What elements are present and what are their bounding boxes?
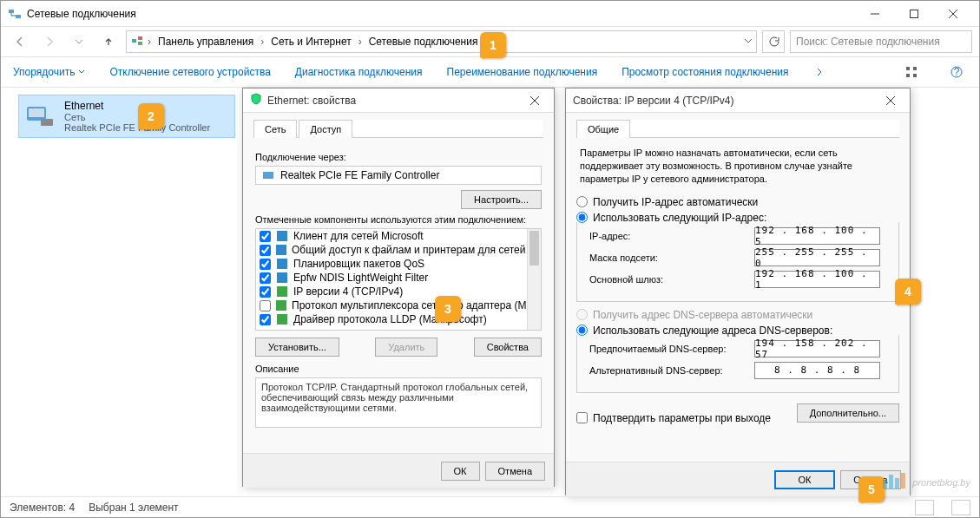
component-label: Протокол мультиплексора сетевого адаптер…	[292, 299, 538, 311]
component-row[interactable]: Протокол мультиплексора сетевого адаптер…	[256, 298, 541, 312]
breadcrumb[interactable]: › Панель управления › Сеть и Интернет › …	[126, 30, 757, 53]
component-checkbox[interactable]	[260, 286, 271, 298]
svg-rect-8	[138, 42, 142, 45]
gw-label: Основной шлюз:	[589, 274, 754, 285]
callout-2: 2	[138, 103, 164, 129]
tab-access[interactable]: Доступ	[299, 120, 352, 138]
breadcrumb-root-icon	[130, 34, 144, 50]
close-icon[interactable]	[523, 89, 547, 112]
uninstall-button[interactable]: Удалить	[375, 338, 437, 357]
svg-rect-1	[16, 15, 21, 18]
breadcrumb-item[interactable]: Панель управления	[155, 34, 257, 49]
svg-rect-7	[138, 36, 142, 40]
dns1-label: Предпочитаемый DNS-сервер:	[589, 344, 754, 354]
svg-rect-16	[29, 108, 44, 117]
tab-network[interactable]: Сеть	[253, 120, 297, 138]
dialog-title: Ethernet: свойства	[267, 95, 523, 107]
dns1-field[interactable]: 194 . 158 . 202 . 57	[754, 340, 880, 357]
ethernet-properties-dialog: Ethernet: свойства Сеть Доступ Подключен…	[242, 88, 555, 487]
component-icon	[276, 285, 288, 298]
gw-field[interactable]: 192 . 168 . 100 . 1	[754, 271, 880, 288]
view-details-icon[interactable]	[951, 500, 970, 515]
view-large-icon[interactable]	[915, 500, 934, 515]
svg-rect-21	[277, 231, 287, 241]
scrollbar[interactable]	[527, 229, 541, 330]
ok-button[interactable]: ОК	[441, 462, 480, 481]
component-row[interactable]: Клиент для сетей Microsoft	[256, 229, 541, 243]
chevron-right-icon[interactable]	[813, 66, 825, 78]
close-button[interactable]	[933, 1, 972, 26]
dns2-field[interactable]: 8 . 8 . 8 . 8	[754, 362, 880, 379]
component-row[interactable]: Драйвер протокола LLDP (Майкрософт)	[256, 312, 541, 326]
svg-rect-10	[913, 67, 917, 70]
close-icon[interactable]	[878, 89, 903, 112]
component-checkbox[interactable]	[260, 300, 271, 311]
shield-icon	[250, 93, 262, 108]
configure-button[interactable]: Настроить...	[461, 190, 542, 209]
command-bar: Упорядочить Отключение сетевого устройст…	[1, 56, 979, 88]
component-icon	[276, 244, 286, 256]
component-checkbox[interactable]	[260, 314, 271, 325]
advanced-button[interactable]: Дополнительно...	[797, 403, 899, 423]
svg-rect-9	[906, 67, 910, 70]
svg-rect-0	[9, 10, 14, 13]
ok-button[interactable]: ОК	[774, 470, 835, 489]
status-bar: Элементов: 4 Выбран 1 элемент	[1, 496, 979, 517]
cancel-button[interactable]: Отмена	[485, 462, 545, 481]
diagnose-cmd[interactable]: Диагностика подключения	[295, 66, 423, 78]
chevron-right-icon[interactable]: ›	[357, 36, 364, 48]
component-checkbox[interactable]	[260, 272, 271, 284]
search-input[interactable]: Поиск: Сетевые подключения	[790, 30, 972, 53]
minimize-button[interactable]	[855, 1, 894, 26]
adapter-item[interactable]: Ethernet Сеть Realtek PCIe FE Family Con…	[18, 95, 235, 138]
search-placeholder: Поиск: Сетевые подключения	[796, 36, 940, 48]
organize-menu[interactable]: Упорядочить	[13, 66, 85, 78]
svg-rect-22	[276, 245, 286, 255]
breadcrumb-item[interactable]: Сетевые подключения	[365, 34, 482, 49]
properties-button[interactable]: Свойства	[474, 338, 542, 357]
component-checkbox[interactable]	[260, 231, 271, 242]
components-list[interactable]: Клиент для сетей MicrosoftОбщий доступ к…	[255, 228, 542, 331]
description-text: Протокол TCP/IP. Стандартный протокол гл…	[255, 377, 542, 428]
component-row[interactable]: Общий доступ к файлам и принтерам для се…	[256, 243, 541, 257]
svg-rect-3	[910, 10, 918, 17]
validate-checkbox[interactable]: Подтвердить параметры при выходе	[576, 412, 771, 424]
svg-rect-24	[277, 272, 287, 283]
refresh-button[interactable]	[762, 30, 785, 53]
component-row[interactable]: Планировщик пакетов QoS	[256, 257, 541, 271]
back-button[interactable]	[8, 30, 32, 54]
connect-via-label: Подключение через:	[255, 152, 542, 162]
component-checkbox[interactable]	[260, 245, 271, 256]
maximize-button[interactable]	[894, 1, 933, 26]
install-button[interactable]: Установить...	[255, 338, 339, 357]
recent-button[interactable]	[67, 30, 91, 54]
chevron-right-icon[interactable]: ›	[146, 36, 153, 48]
app-icon	[8, 7, 22, 21]
forward-button[interactable]	[37, 30, 62, 54]
window-title: Сетевые подключения	[27, 8, 855, 20]
chevron-down-icon[interactable]	[744, 36, 753, 48]
dns2-label: Альтернативный DNS-сервер:	[589, 365, 754, 376]
breadcrumb-item[interactable]: Сеть и Интернет	[267, 34, 354, 49]
component-icon	[276, 258, 288, 270]
mask-field[interactable]: 255 . 255 . 255 . 0	[754, 249, 880, 266]
description-label: Описание	[255, 364, 542, 374]
ip-field[interactable]: 192 . 168 . 100 . 5	[754, 227, 880, 245]
component-label: Клиент для сетей Microsoft	[293, 230, 424, 242]
component-row[interactable]: Epfw NDIS LightWeight Filter	[256, 271, 541, 285]
rename-cmd[interactable]: Переименование подключения	[447, 66, 598, 78]
component-row[interactable]: IP версии 4 (TCP/IPv4)	[256, 285, 541, 298]
help-icon[interactable]: ?	[946, 62, 967, 82]
radio-auto-ip[interactable]: Получить IP-адрес автоматически	[576, 194, 899, 210]
adapter-icon	[23, 99, 57, 134]
disable-device-cmd[interactable]: Отключение сетевого устройства	[109, 66, 270, 78]
tab-general[interactable]: Общие	[576, 120, 630, 138]
component-icon	[276, 299, 286, 311]
component-checkbox[interactable]	[260, 259, 271, 270]
callout-3: 3	[435, 296, 461, 322]
view-icon[interactable]	[901, 62, 922, 82]
components-label: Отмеченные компоненты используются этим …	[255, 214, 542, 225]
status-cmd[interactable]: Просмотр состояния подключения	[622, 66, 788, 78]
chevron-right-icon[interactable]: ›	[259, 36, 266, 48]
up-button[interactable]	[96, 30, 121, 54]
